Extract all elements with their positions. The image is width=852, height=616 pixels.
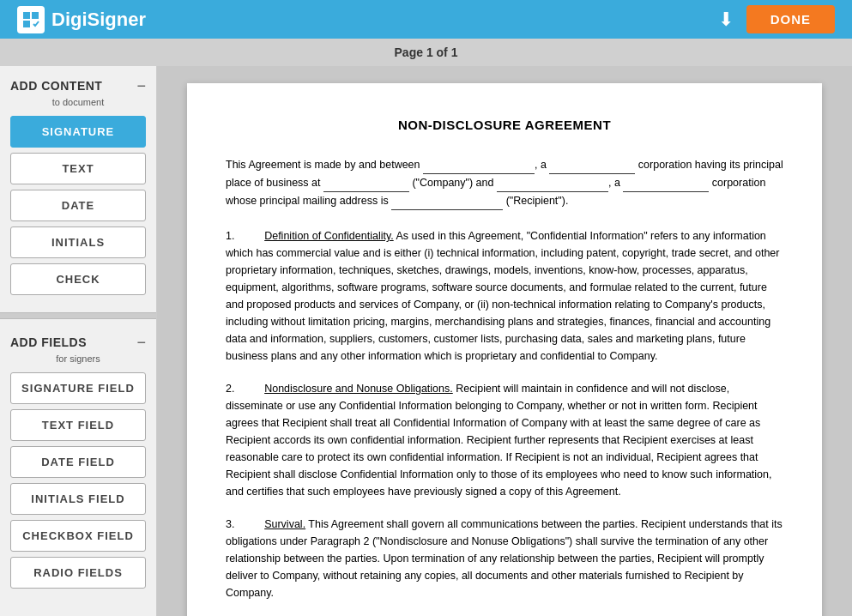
check-button[interactable]: CHECK — [10, 263, 146, 295]
section-2-title: Nondisclosure and Nonuse Obligations. — [264, 383, 453, 395]
header-actions: ⬇ DONE — [718, 5, 835, 33]
section-1-number: 1. — [226, 230, 234, 242]
done-button[interactable]: DONE — [746, 5, 835, 33]
sidebar: ADD CONTENT − to document SIGNATURE TEXT… — [0, 66, 157, 616]
document-page: NON-DISCLOSURE AGREEMENT This Agreement … — [187, 83, 822, 616]
document-section-3: 3. Survival. This Agreement shall govern… — [226, 516, 783, 601]
add-content-collapse[interactable]: − — [136, 78, 146, 94]
svg-rect-2 — [23, 21, 30, 27]
date-field-button[interactable]: DATE FIELD — [10, 446, 146, 478]
logo: DigiSigner — [17, 6, 146, 33]
logo-text: DigiSigner — [51, 9, 146, 31]
main-layout: ADD CONTENT − to document SIGNATURE TEXT… — [0, 66, 852, 616]
document-section-1: 1. Definition of Confidentiality. As use… — [226, 227, 783, 365]
svg-rect-0 — [23, 12, 30, 19]
add-fields-subtitle: for signers — [10, 353, 146, 364]
initials-field-button[interactable]: INITIALS FIELD — [10, 483, 146, 515]
date-button[interactable]: DATE — [10, 190, 146, 221]
page-indicator: Page 1 of 1 — [0, 39, 852, 66]
section-3-number: 3. — [226, 518, 234, 530]
logo-icon — [17, 6, 45, 33]
initials-button[interactable]: INITIALS — [10, 226, 146, 258]
text-field-button[interactable]: TEXT FIELD — [10, 409, 146, 441]
document-section-2: 2. Nondisclosure and Nonuse Obligations.… — [226, 380, 783, 500]
radio-fields-button[interactable]: RADIO FIELDS — [10, 557, 146, 589]
section-2-number: 2. — [226, 383, 234, 395]
svg-rect-1 — [32, 12, 39, 19]
text-button[interactable]: TEXT — [10, 153, 146, 184]
add-fields-header: ADD FIELDS − — [10, 335, 146, 350]
signature-field-button[interactable]: SIGNATURE FIELD — [10, 372, 146, 404]
section-1-title: Definition of Confidentiality. — [264, 230, 394, 242]
header: DigiSigner ⬇ DONE — [0, 0, 852, 39]
signature-button[interactable]: SIGNATURE — [10, 116, 146, 148]
add-fields-title: ADD FIELDS — [10, 335, 87, 349]
add-content-title: ADD CONTENT — [10, 79, 102, 93]
add-content-section: ADD CONTENT − to document SIGNATURE TEXT… — [0, 66, 156, 309]
document-intro: This Agreement is made by and between , … — [226, 156, 783, 210]
document-title: NON-DISCLOSURE AGREEMENT — [226, 118, 783, 132]
add-fields-collapse[interactable]: − — [136, 335, 146, 350]
document-area: NON-DISCLOSURE AGREEMENT This Agreement … — [157, 66, 852, 616]
add-content-subtitle: to document — [10, 97, 146, 107]
section-3-title: Survival. — [264, 518, 305, 530]
download-icon[interactable]: ⬇ — [718, 9, 734, 31]
sidebar-divider — [0, 312, 156, 319]
add-fields-section: ADD FIELDS − for signers SIGNATURE FIELD… — [0, 323, 156, 602]
add-content-header: ADD CONTENT − — [10, 78, 146, 94]
checkbox-field-button[interactable]: CHECKBOX FIELD — [10, 520, 146, 552]
